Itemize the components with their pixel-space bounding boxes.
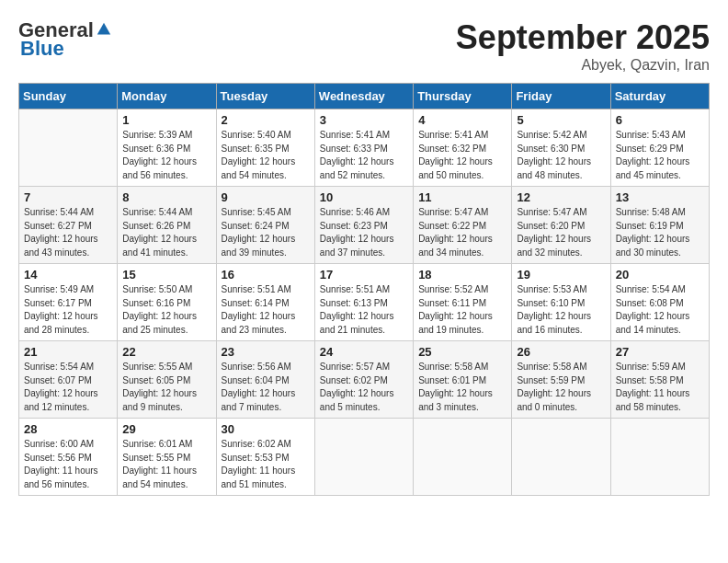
day-number: 26 — [517, 345, 605, 359]
calendar-day-cell: 28Sunrise: 6:00 AM Sunset: 5:56 PM Dayli… — [19, 419, 118, 496]
day-info: Sunrise: 5:44 AM Sunset: 6:26 PM Dayligh… — [122, 206, 210, 259]
day-info: Sunrise: 6:01 AM Sunset: 5:55 PM Dayligh… — [122, 438, 210, 491]
day-number: 17 — [320, 268, 408, 282]
calendar-day-cell: 20Sunrise: 5:54 AM Sunset: 6:08 PM Dayli… — [610, 264, 709, 341]
day-info: Sunrise: 5:45 AM Sunset: 6:24 PM Dayligh… — [222, 206, 310, 259]
day-number: 9 — [222, 190, 310, 204]
calendar-day-cell: 29Sunrise: 6:01 AM Sunset: 5:55 PM Dayli… — [118, 419, 216, 496]
calendar-day-cell: 1Sunrise: 5:39 AM Sunset: 6:36 PM Daylig… — [118, 109, 216, 187]
day-info: Sunrise: 5:56 AM Sunset: 6:04 PM Dayligh… — [222, 361, 310, 414]
calendar-day-cell: 7Sunrise: 5:44 AM Sunset: 6:27 PM Daylig… — [19, 187, 118, 264]
day-header-thursday: Thursday — [414, 84, 512, 109]
calendar-day-cell: 18Sunrise: 5:52 AM Sunset: 6:11 PM Dayli… — [414, 264, 512, 341]
calendar-day-cell: 26Sunrise: 5:58 AM Sunset: 5:59 PM Dayli… — [512, 341, 610, 419]
day-info: Sunrise: 5:49 AM Sunset: 6:17 PM Dayligh… — [24, 283, 112, 337]
day-number: 15 — [122, 268, 210, 282]
calendar-day-cell: 3Sunrise: 5:41 AM Sunset: 6:33 PM Daylig… — [314, 109, 413, 187]
day-info: Sunrise: 5:51 AM Sunset: 6:14 PM Dayligh… — [222, 283, 310, 337]
calendar-day-cell: 19Sunrise: 5:53 AM Sunset: 6:10 PM Dayli… — [512, 264, 610, 341]
day-number: 10 — [320, 190, 408, 204]
logo-icon — [96, 21, 112, 38]
calendar-day-cell: 23Sunrise: 5:56 AM Sunset: 6:04 PM Dayli… — [216, 341, 314, 419]
calendar-day-cell: 24Sunrise: 5:57 AM Sunset: 6:02 PM Dayli… — [314, 341, 413, 419]
day-number: 6 — [616, 113, 704, 127]
logo-blue-text: Blue — [20, 37, 64, 61]
location: Abyek, Qazvin, Iran — [456, 57, 710, 74]
calendar-day-cell: 21Sunrise: 5:54 AM Sunset: 6:07 PM Dayli… — [19, 341, 118, 419]
day-number: 16 — [222, 268, 310, 282]
calendar-day-cell: 2Sunrise: 5:40 AM Sunset: 6:35 PM Daylig… — [216, 109, 314, 187]
day-number: 24 — [320, 345, 408, 359]
title-area: September 2025 Abyek, Qazvin, Iran — [456, 18, 710, 74]
day-number: 13 — [616, 190, 704, 204]
day-number: 4 — [418, 113, 506, 127]
calendar-day-cell — [512, 419, 610, 496]
day-number: 20 — [616, 268, 704, 282]
calendar-day-cell: 12Sunrise: 5:47 AM Sunset: 6:20 PM Dayli… — [512, 187, 610, 264]
calendar-day-cell: 8Sunrise: 5:44 AM Sunset: 6:26 PM Daylig… — [118, 187, 216, 264]
calendar-week-row: 21Sunrise: 5:54 AM Sunset: 6:07 PM Dayli… — [19, 341, 710, 419]
calendar-table: SundayMondayTuesdayWednesdayThursdayFrid… — [18, 83, 710, 496]
day-info: Sunrise: 5:54 AM Sunset: 6:08 PM Dayligh… — [616, 283, 704, 337]
calendar-day-cell — [19, 109, 118, 187]
day-number: 18 — [418, 268, 506, 282]
calendar-day-cell: 11Sunrise: 5:47 AM Sunset: 6:22 PM Dayli… — [414, 187, 512, 264]
day-number: 28 — [24, 422, 112, 436]
day-info: Sunrise: 5:58 AM Sunset: 6:01 PM Dayligh… — [418, 361, 506, 414]
day-info: Sunrise: 5:51 AM Sunset: 6:13 PM Dayligh… — [320, 283, 408, 337]
calendar-day-cell: 6Sunrise: 5:43 AM Sunset: 6:29 PM Daylig… — [610, 109, 709, 187]
calendar-week-row: 28Sunrise: 6:00 AM Sunset: 5:56 PM Dayli… — [19, 419, 710, 496]
day-number: 25 — [418, 345, 506, 359]
day-info: Sunrise: 5:54 AM Sunset: 6:07 PM Dayligh… — [24, 361, 112, 414]
day-header-tuesday: Tuesday — [216, 84, 314, 109]
day-info: Sunrise: 5:40 AM Sunset: 6:35 PM Dayligh… — [222, 129, 310, 182]
calendar-day-cell: 25Sunrise: 5:58 AM Sunset: 6:01 PM Dayli… — [414, 341, 512, 419]
day-number: 5 — [517, 113, 605, 127]
month-title: September 2025 — [456, 18, 710, 57]
day-number: 29 — [122, 422, 210, 436]
day-header-monday: Monday — [118, 84, 216, 109]
calendar-week-row: 1Sunrise: 5:39 AM Sunset: 6:36 PM Daylig… — [19, 109, 710, 187]
calendar-day-cell: 30Sunrise: 6:02 AM Sunset: 5:53 PM Dayli… — [216, 419, 314, 496]
day-info: Sunrise: 5:57 AM Sunset: 6:02 PM Dayligh… — [320, 361, 408, 414]
day-number: 14 — [24, 268, 112, 282]
day-number: 1 — [122, 113, 210, 127]
calendar-day-cell: 17Sunrise: 5:51 AM Sunset: 6:13 PM Dayli… — [314, 264, 413, 341]
day-info: Sunrise: 5:55 AM Sunset: 6:05 PM Dayligh… — [122, 361, 210, 414]
day-info: Sunrise: 5:44 AM Sunset: 6:27 PM Dayligh… — [24, 206, 112, 259]
calendar-day-cell: 10Sunrise: 5:46 AM Sunset: 6:23 PM Dayli… — [314, 187, 413, 264]
calendar-day-cell: 16Sunrise: 5:51 AM Sunset: 6:14 PM Dayli… — [216, 264, 314, 341]
calendar-day-cell: 9Sunrise: 5:45 AM Sunset: 6:24 PM Daylig… — [216, 187, 314, 264]
calendar-header-row: SundayMondayTuesdayWednesdayThursdayFrid… — [19, 84, 710, 109]
calendar-day-cell — [414, 419, 512, 496]
page-header: General Blue September 2025 Abyek, Qazvi… — [18, 18, 710, 74]
day-info: Sunrise: 5:47 AM Sunset: 6:20 PM Dayligh… — [517, 206, 605, 259]
day-header-wednesday: Wednesday — [314, 84, 413, 109]
day-info: Sunrise: 5:47 AM Sunset: 6:22 PM Dayligh… — [418, 206, 506, 259]
day-number: 12 — [517, 190, 605, 204]
calendar-day-cell: 4Sunrise: 5:41 AM Sunset: 6:32 PM Daylig… — [414, 109, 512, 187]
day-info: Sunrise: 6:02 AM Sunset: 5:53 PM Dayligh… — [222, 438, 310, 491]
day-number: 27 — [616, 345, 704, 359]
day-number: 22 — [122, 345, 210, 359]
calendar-week-row: 14Sunrise: 5:49 AM Sunset: 6:17 PM Dayli… — [19, 264, 710, 341]
day-header-saturday: Saturday — [610, 84, 709, 109]
day-number: 8 — [122, 190, 210, 204]
day-info: Sunrise: 5:39 AM Sunset: 6:36 PM Dayligh… — [122, 129, 210, 182]
day-info: Sunrise: 5:52 AM Sunset: 6:11 PM Dayligh… — [418, 283, 506, 337]
calendar-day-cell: 22Sunrise: 5:55 AM Sunset: 6:05 PM Dayli… — [118, 341, 216, 419]
calendar-day-cell: 14Sunrise: 5:49 AM Sunset: 6:17 PM Dayli… — [19, 264, 118, 341]
day-header-friday: Friday — [512, 84, 610, 109]
day-number: 19 — [517, 268, 605, 282]
svg-marker-0 — [97, 23, 110, 35]
calendar-day-cell: 13Sunrise: 5:48 AM Sunset: 6:19 PM Dayli… — [610, 187, 709, 264]
day-number: 7 — [24, 190, 112, 204]
day-info: Sunrise: 5:50 AM Sunset: 6:16 PM Dayligh… — [122, 283, 210, 337]
day-info: Sunrise: 5:43 AM Sunset: 6:29 PM Dayligh… — [616, 129, 704, 182]
calendar-day-cell: 15Sunrise: 5:50 AM Sunset: 6:16 PM Dayli… — [118, 264, 216, 341]
day-info: Sunrise: 5:46 AM Sunset: 6:23 PM Dayligh… — [320, 206, 408, 259]
day-info: Sunrise: 5:41 AM Sunset: 6:32 PM Dayligh… — [418, 129, 506, 182]
day-info: Sunrise: 5:58 AM Sunset: 5:59 PM Dayligh… — [517, 361, 605, 414]
day-info: Sunrise: 5:41 AM Sunset: 6:33 PM Dayligh… — [320, 129, 408, 182]
calendar-week-row: 7Sunrise: 5:44 AM Sunset: 6:27 PM Daylig… — [19, 187, 710, 264]
